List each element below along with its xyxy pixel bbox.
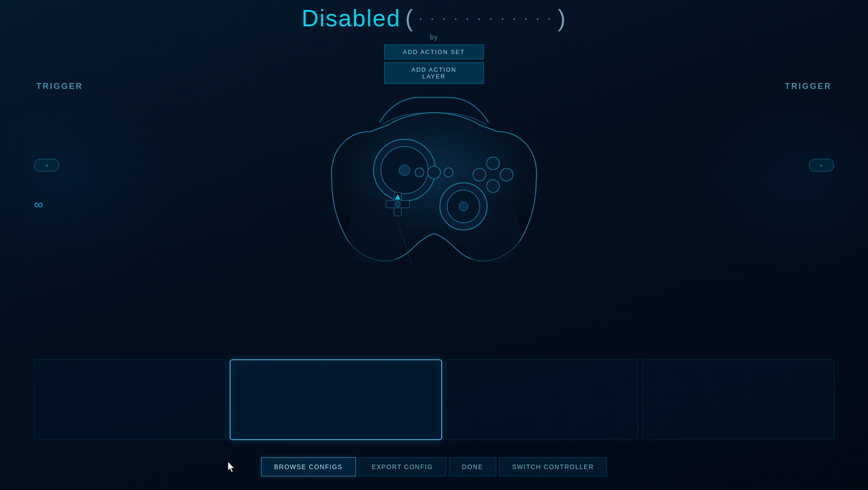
svg-point-7 (459, 202, 468, 211)
switch-controller-button[interactable]: SWITCH CONTROLLER (499, 457, 607, 476)
svg-point-14 (444, 168, 453, 177)
header: Disabled ( · · · · · · · · · · · · ) by … (0, 0, 868, 84)
title-paren-open: ( (405, 5, 414, 32)
right-bumper-icon: ► (819, 163, 824, 168)
svg-point-10 (473, 168, 486, 181)
panel-1[interactable] (34, 359, 226, 440)
bg-glow-right (686, 91, 868, 272)
left-bumper-area: ◄ (34, 159, 59, 172)
svg-point-8 (487, 157, 499, 170)
panel-3[interactable] (446, 359, 638, 440)
infinite-icon: ∞ (34, 197, 43, 212)
page-title: Disabled (301, 5, 400, 32)
trigger-right-label: TRIGGER (785, 82, 832, 91)
left-bumper-button[interactable]: ◄ (34, 159, 59, 172)
trigger-left-label: TRIGGER (36, 82, 83, 91)
right-bumper-button[interactable]: ► (809, 159, 834, 172)
bg-glow-left (0, 91, 182, 272)
export-config-button[interactable]: EXPORT CONFIG (359, 457, 446, 476)
done-button[interactable]: DONE (449, 457, 496, 476)
title-paren-close: ) (557, 5, 566, 32)
controller-svg (307, 73, 561, 263)
bottom-panels (0, 359, 868, 440)
title-dots: · · · · · · · · · · · · (419, 10, 553, 27)
panel-2-active[interactable] (230, 359, 442, 440)
svg-point-17 (395, 201, 400, 207)
svg-point-4 (399, 165, 410, 176)
svg-point-12 (415, 168, 424, 177)
svg-point-11 (487, 180, 499, 192)
add-action-set-button[interactable]: ADD ACTION SET (384, 44, 484, 59)
left-bumper-icon: ◄ (44, 163, 49, 168)
title-row: Disabled ( · · · · · · · · · · · · ) (301, 5, 566, 32)
svg-point-9 (500, 168, 513, 181)
right-bumper-area: ► (809, 159, 834, 172)
panel-4[interactable] (642, 359, 834, 440)
browse-configs-button[interactable]: BROWSE CONFIGS (261, 457, 356, 476)
toolbar: BROWSE CONFIGS EXPORT CONFIG DONE SWITCH… (0, 457, 868, 476)
svg-point-13 (428, 166, 440, 179)
controller-area (307, 73, 561, 263)
by-label: by (430, 34, 438, 41)
